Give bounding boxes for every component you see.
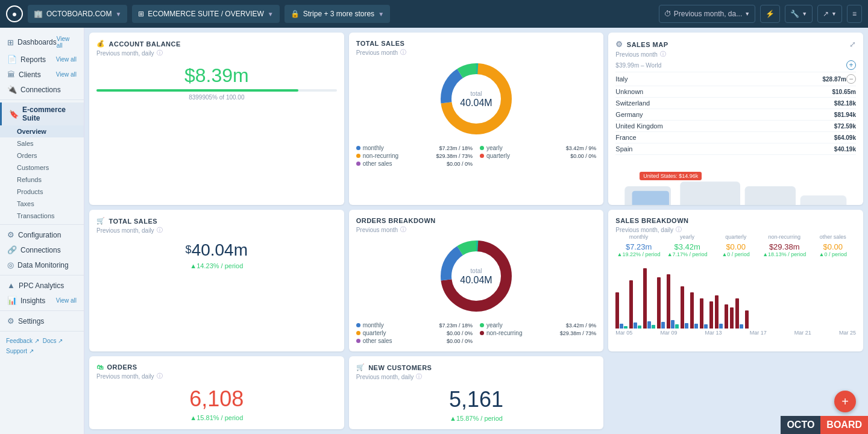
- content-grid: 💰 ACCOUNT BALANCE Previous month, daily …: [84, 28, 868, 434]
- dashboards-viewall[interactable]: View all: [57, 36, 77, 49]
- sidebar-divider-2: [0, 224, 84, 225]
- insights-viewall[interactable]: View all: [56, 297, 77, 304]
- sidebar-item-configuration[interactable]: ⚙ Configuration: [0, 227, 84, 242]
- orders-breakdown-legend: monthly $7.23m / 18% yearly $3.42m / 9% …: [356, 322, 597, 344]
- config-label: Configuration: [18, 231, 77, 239]
- orders-small-title: 🛍 ORDERS: [96, 363, 337, 371]
- bar: [620, 324, 623, 329]
- clients-viewall[interactable]: View all: [56, 71, 77, 78]
- sidebar-divider-5: [0, 331, 84, 332]
- period-selector[interactable]: ⏱ Previous month, da... ▼: [659, 5, 755, 23]
- svg-rect-11: [800, 195, 847, 205]
- total-sales-donut-container: total 40.04M monthly $7.23m / 18% yearly: [356, 57, 597, 167]
- map-world-row: $39.99m – World +: [615, 58, 856, 72]
- bar-group-1: [615, 292, 627, 329]
- bar-group-12: [730, 307, 734, 329]
- bar: [667, 274, 670, 329]
- store-selector[interactable]: 🔒 Stripe + 3 more stores ▼: [285, 5, 390, 23]
- sidebar-subitem-transactions[interactable]: Transactions: [0, 210, 84, 222]
- suite-selector[interactable]: ⊞ ECOMMERCE SUITE / OVERVIEW ▼: [132, 5, 279, 23]
- sidebar-subitem-refunds[interactable]: Refunds: [0, 174, 84, 186]
- bar: [661, 322, 665, 329]
- orders-breakdown-info[interactable]: ⓘ: [400, 225, 406, 234]
- sidebar: ⊞ Dashboards View all 📄 Reports View all…: [0, 28, 84, 434]
- sidebar-item-reports[interactable]: 📄 Reports View all: [0, 52, 84, 67]
- expand-icon[interactable]: ⤢: [849, 40, 856, 49]
- lightning-button[interactable]: ⚡: [760, 5, 780, 23]
- bar: [629, 280, 633, 329]
- bar: [719, 324, 723, 329]
- sidebar-item-ppc[interactable]: ▲ PPC Analytics: [0, 278, 84, 293]
- bar: [681, 286, 684, 329]
- connections2-label: Connections: [20, 246, 77, 254]
- salesmap-info[interactable]: ⓘ: [660, 50, 666, 58]
- config-icon: ⚙: [7, 230, 14, 239]
- sidebar-item-dashboards[interactable]: ⊞ Dashboards View all: [0, 33, 84, 52]
- connections2-icon: 🔗: [7, 245, 17, 254]
- total-sales-small-value: $40.04m: [96, 241, 337, 260]
- bar: [694, 324, 698, 329]
- sidebar-divider-3: [0, 275, 84, 275]
- bar: [740, 324, 743, 329]
- bar: [715, 295, 719, 329]
- menu-button[interactable]: ≡: [847, 5, 862, 23]
- suite-icon: ⊞: [138, 10, 144, 18]
- bar: [657, 277, 661, 329]
- share-button[interactable]: ↗ ▼: [817, 5, 842, 23]
- fab-button[interactable]: +: [834, 391, 856, 412]
- sales-map-card: ⚙ SALES MAP Previous month ⓘ ⤢ $3: [608, 33, 863, 205]
- sidebar-item-clients[interactable]: 🏛 Clients View all: [0, 67, 84, 82]
- clients-icon: 🏛: [7, 70, 15, 79]
- bar-group-7: [690, 292, 698, 329]
- legend-item-yearly: yearly $3.42m / 9%: [480, 145, 596, 151]
- ecommerce-label: E-commerce Suite: [22, 105, 77, 122]
- sidebar-divider-4: [0, 310, 84, 311]
- legend-item-quarterly: quarterly $0.00 / 0%: [480, 153, 596, 159]
- orders-info[interactable]: ⓘ: [157, 372, 163, 380]
- balance-bar-container: [96, 89, 337, 92]
- bar-group-14: [745, 310, 749, 329]
- map-minus-button[interactable]: −: [846, 74, 856, 84]
- reports-viewall[interactable]: View all: [56, 56, 77, 63]
- total-sales-donut-card: TOTAL SALES Previous month ⓘ: [349, 33, 604, 205]
- sidebar-subitem-overview[interactable]: Overview: [0, 125, 84, 137]
- bottom-links: Feedback ↗ Docs ↗ Support ↗: [0, 334, 84, 358]
- sidebar-subitem-taxes[interactable]: Taxes: [0, 198, 84, 210]
- orders-icon: 🛍: [96, 363, 104, 371]
- ob-legend-other: other sales $0.00 / 0%: [356, 338, 473, 344]
- docs-link[interactable]: Docs ↗: [43, 338, 63, 344]
- ob-legend-nonrecurring: non-recurring $29.38m / 73%: [480, 330, 596, 336]
- sidebar-item-data-monitoring[interactable]: ◎ Data Monitoring: [0, 257, 84, 272]
- breakdown-info[interactable]: ⓘ: [676, 225, 682, 234]
- new-customers-title: 🛒 NEW CUSTOMERS: [356, 363, 597, 371]
- settings-icon: ⚙: [7, 316, 14, 326]
- support-link[interactable]: Support ↗: [6, 348, 34, 354]
- map-plus-button[interactable]: +: [846, 60, 856, 70]
- reports-icon: 📄: [7, 55, 17, 64]
- sidebar-item-insights[interactable]: 📊 Insights View all: [0, 293, 84, 308]
- balance-info-icon[interactable]: ⓘ: [157, 49, 163, 57]
- sidebar-subitem-products[interactable]: Products: [0, 186, 84, 198]
- sidebar-item-ecommerce[interactable]: 🔖 E-commerce Suite: [0, 102, 84, 125]
- sidebar-subitem-customers[interactable]: Customers: [0, 162, 84, 174]
- sidebar-item-settings[interactable]: ⚙ Settings: [0, 313, 84, 329]
- total-sales-donut-svg: total 40.04M: [434, 57, 518, 141]
- store-icon: 🔒: [291, 10, 300, 18]
- balance-subtext: 8399905% of 100.00: [96, 94, 337, 101]
- sidebar-subitem-sales[interactable]: Sales: [0, 137, 84, 149]
- tools-button[interactable]: 🔧 ▼: [785, 5, 813, 23]
- workspace-caret: ▼: [115, 11, 121, 17]
- nonrecurring-dot: [356, 154, 360, 158]
- orders-breakdown-donut: total 40.04M monthly $7.23m / 18% yearly: [356, 234, 597, 344]
- suite-label: ECOMMERCE SUITE / OVERVIEW: [148, 10, 263, 18]
- sidebar-item-connections[interactable]: 🔌 Connections: [0, 82, 84, 97]
- sidebar-item-connections-link[interactable]: 🔗 Connections: [0, 242, 84, 257]
- sales-small-info[interactable]: ⓘ: [157, 226, 163, 234]
- total-sales-donut-title: TOTAL SALES: [356, 40, 597, 47]
- workspace-selector[interactable]: 🏢 OCTOBOARD.COM ▼: [28, 5, 127, 23]
- feedback-link[interactable]: Feedback ↗: [6, 338, 39, 344]
- sales-map-title: ⚙ SALES MAP: [615, 40, 668, 49]
- sales-donut-info[interactable]: ⓘ: [400, 48, 406, 57]
- customers-info[interactable]: ⓘ: [416, 373, 422, 381]
- sidebar-subitem-orders[interactable]: Orders: [0, 149, 84, 162]
